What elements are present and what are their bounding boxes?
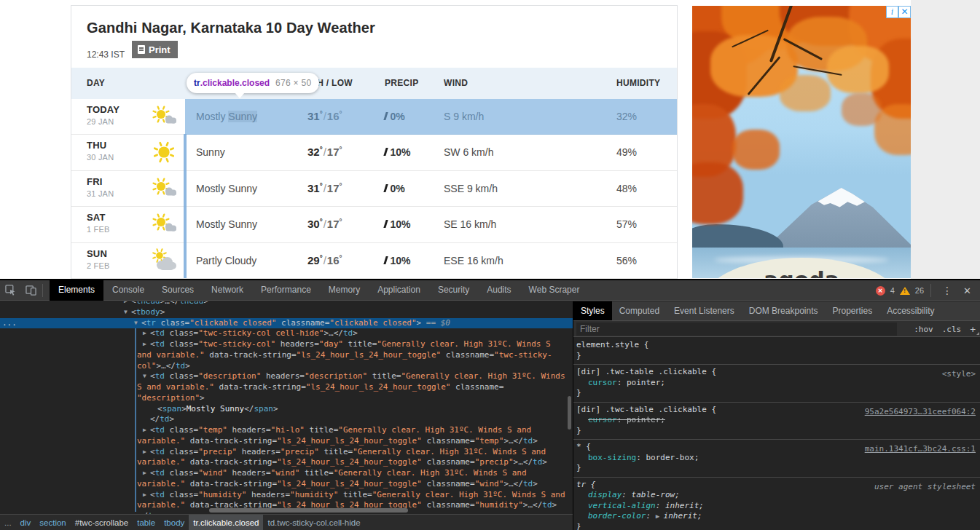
forecast-row-today[interactable]: TODAY29 JANMostly Sunny31°/16°0%S 9 km/h…	[71, 99, 677, 135]
sidebar-tab-properties[interactable]: Properties	[825, 301, 879, 320]
devtools-tab-elements[interactable]: Elements	[50, 280, 103, 301]
ad-close-icon[interactable]: ✕	[898, 6, 911, 18]
dom-tree-node[interactable]: ▶<td class="wind" headers="wind" title="…	[0, 468, 573, 479]
devtools-menu-icon[interactable]: ⋮	[938, 285, 957, 296]
style-rule[interactable]: tr {user agent stylesheetdisplay: table-…	[573, 478, 980, 530]
devtools-tab-memory[interactable]: Memory	[320, 280, 369, 301]
devtools-close-icon[interactable]: ✕	[962, 285, 974, 296]
dom-tree-node[interactable]: col">…</td>	[0, 361, 573, 372]
devtools-tab-web-scraper[interactable]: Web Scraper	[520, 280, 589, 301]
breadcrumb-item[interactable]: tr.clickable.closed	[189, 515, 263, 530]
dom-tree-node[interactable]: variable." data-track-string="ls_24_hour…	[0, 479, 573, 490]
styles-sidebar: StylesComputedEvent ListenersDOM Breakpo…	[573, 301, 980, 530]
temperature-value: 32°/17°	[307, 146, 342, 158]
breadcrumb-item[interactable]: table	[133, 515, 160, 530]
styles-filter-bar: Filter :hov .cls +	[573, 321, 980, 337]
dom-tree-node[interactable]: and variable." data-track-string="ls_24_…	[0, 350, 573, 361]
forecast-row-thu[interactable]: THU30 JANSunny32°/17°10%SW 6 km/h49%	[71, 135, 677, 170]
ad-info-icon[interactable]: i	[886, 6, 898, 18]
devtools-toolbar: ElementsConsoleSourcesNetworkPerformance…	[0, 280, 980, 301]
devtools-tab-security[interactable]: Security	[429, 280, 478, 301]
style-rule-source[interactable]: 95a2e564973…31ceef064:2	[865, 407, 976, 418]
pseudo-state-toggle[interactable]: :hov	[914, 325, 933, 334]
style-rule-source[interactable]: main.1341cf…3bc24.css:1	[865, 444, 976, 455]
dom-tree-node[interactable]: variable." data-track-string="ls_24_hour…	[0, 457, 573, 468]
local-time: 12:43 IST	[87, 46, 125, 63]
wind-value: ESE 16 km/h	[444, 255, 503, 266]
column-header: PRECIP	[385, 78, 418, 88]
humidity-value: 57%	[616, 218, 637, 230]
devtools-tab-network[interactable]: Network	[203, 280, 252, 301]
dom-tree-node[interactable]: variable." data-track-string="ls_24_hour…	[0, 436, 573, 447]
sidebar-tab-styles[interactable]: Styles	[573, 301, 612, 320]
css-property[interactable]: vertical-align: inherit;	[576, 501, 977, 512]
tooltip-tag: tr	[194, 78, 200, 88]
dom-tree-node[interactable]: ▶<td class="humidity" headers="humidity"…	[0, 490, 573, 501]
devtools-tab-application[interactable]: Application	[369, 280, 429, 301]
breadcrumb-item[interactable]: div	[16, 515, 36, 530]
print-button[interactable]: Print	[132, 41, 178, 58]
sidebar-tab-event-listeners[interactable]: Event Listeners	[667, 301, 742, 320]
sidebar-tab-accessibility[interactable]: Accessibility	[879, 301, 941, 320]
forecast-row-sun[interactable]: SUN2 FEBPartly Cloudy29°/16°10%ESE 16 km…	[71, 243, 677, 279]
date-label: 1 FEB	[87, 225, 110, 234]
dom-tree-node[interactable]: ▶<thead>…</thead>	[0, 301, 573, 307]
dom-tree-node[interactable]: <span>Mostly Sunny</span>	[0, 404, 573, 415]
dom-tree-node[interactable]: "description">	[0, 393, 573, 404]
ad-scenery-art: i ✕	[886, 6, 911, 18]
devtools-panel: ElementsConsoleSourcesNetworkPerformance…	[0, 279, 980, 530]
style-rule[interactable]: * {main.1341cf…3bc24.css:1box-sizing: bo…	[573, 440, 980, 478]
horizontal-scrollbar[interactable]	[209, 508, 408, 513]
style-rule-source[interactable]: <style>	[942, 369, 976, 380]
devtools-tab-audits[interactable]: Audits	[478, 280, 520, 301]
dom-tree-node[interactable]: S and variable." data-track-string="ls_2…	[0, 382, 573, 393]
dom-tree-node[interactable]: ▶<td class="twc-sticky-col" headers="day…	[0, 339, 573, 350]
date-label: 30 JAN	[87, 153, 114, 162]
condition-label: Sunny	[196, 146, 225, 158]
inspect-guide-line	[184, 134, 187, 278]
day-label: SUN	[87, 248, 110, 259]
vertical-scrollbar[interactable]	[568, 396, 571, 430]
error-count[interactable]: 4	[890, 286, 895, 295]
style-rule-source[interactable]: user agent stylesheet	[874, 482, 976, 493]
breadcrumb-item[interactable]: section	[35, 515, 70, 530]
warning-count[interactable]: 26	[915, 286, 924, 295]
devtools-tab-console[interactable]: Console	[103, 280, 153, 301]
forecast-row-fri[interactable]: FRI31 JANMostly Sunny31°/17°0%SSE 9 km/h…	[71, 171, 677, 207]
breadcrumb-item[interactable]: td.twc-sticky-col.cell-hide	[263, 515, 364, 530]
dom-tree-node[interactable]: ▼<tbody>	[0, 307, 573, 318]
new-style-rule-button[interactable]: +	[970, 324, 976, 335]
dom-tree-node[interactable]: </td>	[0, 414, 573, 425]
device-toolbar-icon[interactable]	[20, 280, 41, 301]
breadcrumb-item[interactable]: #twc-scrollabe	[71, 515, 133, 530]
style-rule[interactable]: element.style {}	[573, 338, 980, 365]
ad-banner[interactable]: agoda i ✕	[692, 6, 911, 278]
day-label: TODAY	[87, 104, 119, 115]
dom-tree-node[interactable]: ▼<td class="description" headers="descri…	[0, 371, 573, 382]
forecast-row-sat[interactable]: SAT1 FEBMostly Sunny30°/17°10%SE 16 km/h…	[71, 207, 677, 242]
sidebar-tab-computed[interactable]: Computed	[612, 301, 667, 320]
inspect-tooltip: tr.clickable.closed 676 × 50	[187, 73, 319, 93]
sidebar-tab-dom-breakpoints[interactable]: DOM Breakpoints	[742, 301, 826, 320]
inspect-element-icon[interactable]	[0, 280, 20, 301]
devtools-tab-sources[interactable]: Sources	[153, 280, 203, 301]
partly-cloudy-icon	[150, 248, 179, 274]
style-rule[interactable]: [dir] .twc-table .clickable {95a2e564973…	[573, 403, 980, 440]
precip-value: 10%	[385, 255, 411, 266]
dom-tree-node[interactable]: ▶<td class="temp" headers="hi-lo" title=…	[0, 425, 573, 436]
dom-tree-node[interactable]: ▶<td class="twc-sticky-col cell-hide">…<…	[0, 328, 573, 339]
condition-label: Mostly Sunny	[196, 183, 257, 194]
devtools-tab-performance[interactable]: Performance	[252, 280, 320, 301]
mostly-sunny-icon	[150, 103, 179, 130]
dom-tree-node[interactable]: ▼<tr class="clickable closed" classname=…	[0, 318, 573, 329]
filter-input[interactable]: Filter	[576, 323, 897, 336]
style-rule[interactable]: [dir] .twc-table .clickable {<style>curs…	[573, 365, 980, 403]
breadcrumb-item[interactable]: tbody	[160, 515, 189, 530]
day-label: FRI	[87, 176, 114, 187]
ad-foliage-art	[842, 93, 882, 126]
css-property[interactable]: cursor: pointer;	[576, 378, 977, 389]
humidity-value: 48%	[616, 183, 637, 194]
class-toggle[interactable]: .cls	[942, 325, 962, 334]
dom-tree-node[interactable]: ▶<td class="precip" headers="precip" tit…	[0, 447, 573, 458]
css-property[interactable]: border-color: ▶ inherit;	[576, 511, 977, 522]
